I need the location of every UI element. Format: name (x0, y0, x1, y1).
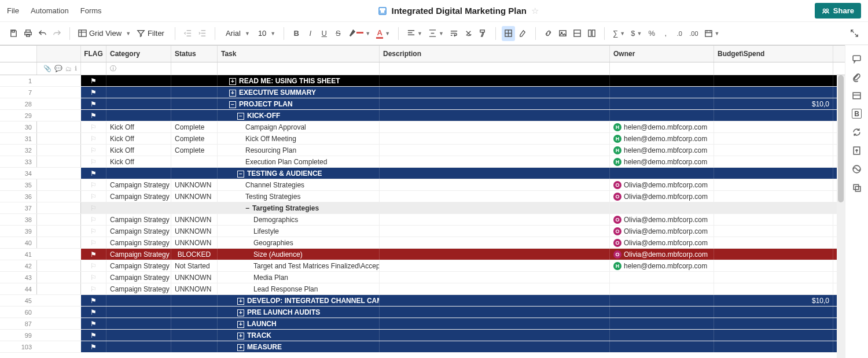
table-row[interactable]: 31⚐Kick OffCompleteKick Off MeetingHhele… (0, 133, 845, 145)
category-cell[interactable]: Kick Off (106, 156, 171, 167)
description-cell[interactable] (380, 283, 610, 294)
category-cell[interactable]: Campaign Strategy (106, 226, 171, 237)
status-cell[interactable]: UNKNOWN (171, 179, 218, 190)
category-cell[interactable]: Campaign Strategy (106, 214, 171, 225)
category-cell[interactable]: Campaign Strategy (106, 272, 171, 283)
table-row[interactable]: 87⚑+LAUNCH (0, 318, 845, 330)
flag-cell[interactable]: ⚐ (81, 191, 106, 202)
border-icon[interactable] (502, 26, 515, 41)
category-cell[interactable] (106, 75, 171, 86)
description-cell[interactable] (380, 307, 610, 318)
expand-toggle-icon[interactable]: + (229, 78, 236, 85)
category-cell[interactable] (106, 330, 171, 341)
task-header[interactable]: Task (218, 46, 380, 62)
expand-toggle-icon[interactable]: + (237, 333, 244, 339)
format-painter-icon[interactable] (476, 26, 490, 41)
description-cell[interactable] (380, 110, 610, 121)
budget-cell[interactable] (714, 121, 833, 132)
budget-cell[interactable] (714, 145, 833, 156)
status-cell[interactable]: UNKNOWN (171, 191, 218, 202)
table-row[interactable]: 41⚑Campaign StrategyBLOCKEDSize (Audienc… (0, 249, 845, 260)
status-cell[interactable] (171, 341, 218, 352)
category-cell[interactable]: Kick Off (106, 121, 171, 132)
owner-cell[interactable] (610, 341, 714, 352)
row-attachments[interactable] (37, 98, 81, 109)
status-cell[interactable] (171, 156, 218, 167)
link-icon[interactable] (542, 26, 555, 41)
category-cell[interactable]: Campaign Strategy (106, 260, 171, 271)
owner-cell[interactable] (610, 87, 714, 98)
table-row[interactable]: 38⚐Campaign StrategyUNKNOWNDemographicsO… (0, 214, 845, 226)
category-cell[interactable] (106, 98, 171, 109)
flag-cell[interactable]: ⚐ (81, 121, 106, 132)
table-row[interactable]: 1⚑+READ ME: USING THIS SHEET (0, 75, 845, 87)
flag-header[interactable]: FLAG (81, 46, 106, 62)
row-number[interactable]: 28 (0, 98, 37, 109)
category-cell[interactable] (106, 318, 171, 329)
flag-cell[interactable]: ⚐ (81, 283, 106, 294)
description-cell[interactable] (380, 214, 610, 225)
row-number[interactable]: 36 (0, 191, 37, 202)
flag-cell[interactable]: ⚑ (81, 341, 106, 352)
row-attachments[interactable] (37, 121, 81, 132)
table-row[interactable]: 29⚑−KICK-OFF (0, 110, 845, 121)
budget-cell[interactable] (714, 307, 833, 318)
budget-cell[interactable] (714, 283, 833, 294)
description-cell[interactable] (380, 237, 610, 248)
table-row[interactable]: 32⚐Kick OffCompleteResourcing PlanHhelen… (0, 145, 845, 156)
row-number[interactable]: 40 (0, 237, 37, 248)
row-number[interactable]: 34 (0, 168, 37, 179)
status-cell[interactable] (171, 318, 218, 329)
table-row[interactable]: 34⚑−TESTING & AUDIENCE (0, 168, 845, 179)
category-cell[interactable] (106, 168, 171, 179)
filter-button[interactable]: Filter (134, 26, 169, 41)
budget-cell[interactable]: $10,0 (714, 98, 833, 109)
percent-icon[interactable]: % (645, 26, 658, 41)
menu-automation[interactable]: Automation (31, 6, 69, 15)
task-cell[interactable]: +LAUNCH (218, 318, 380, 329)
table-row[interactable]: 43⚐Campaign StrategyUNKNOWNMedia Plan (0, 272, 845, 283)
row-number[interactable]: 32 (0, 145, 37, 156)
description-header[interactable]: Description (380, 46, 610, 62)
category-cell[interactable]: Kick Off (106, 145, 171, 156)
row-attachments[interactable] (37, 191, 81, 202)
fill-color-icon[interactable]: ▼ (345, 26, 373, 41)
sum-icon[interactable]: ∑▼ (610, 26, 627, 41)
owner-cell[interactable]: OOlivia@demo.mbfcorp.com (610, 237, 714, 248)
row-attachments[interactable] (37, 272, 81, 283)
task-cell[interactable]: +MEASURE (218, 341, 380, 352)
task-cell[interactable]: −KICK-OFF (218, 110, 380, 121)
status-cell[interactable]: UNKNOWN (171, 272, 218, 283)
budget-cell[interactable] (714, 179, 833, 190)
category-cell[interactable] (106, 307, 171, 318)
conversations-icon[interactable] (852, 53, 862, 64)
row-attachments[interactable] (37, 283, 81, 294)
owner-cell[interactable] (610, 168, 714, 179)
description-cell[interactable] (380, 191, 610, 202)
flag-cell[interactable]: ⚑ (81, 318, 106, 329)
bold-icon[interactable]: B (290, 26, 303, 41)
description-cell[interactable] (380, 341, 610, 352)
attachments-rail-icon[interactable] (852, 72, 862, 82)
budget-cell[interactable] (714, 226, 833, 237)
status-cell[interactable] (171, 307, 218, 318)
flag-cell[interactable]: ⚐ (81, 214, 106, 225)
task-cell[interactable]: −PROJECT PLAN (218, 98, 380, 109)
row-number[interactable]: 41 (0, 249, 37, 260)
owner-cell[interactable]: Hhelen@demo.mbfcorp.com (610, 260, 714, 271)
symbols-icon[interactable] (571, 26, 584, 41)
row-attachments[interactable] (37, 110, 81, 121)
flag-cell[interactable]: ⚑ (81, 330, 106, 341)
row-attachments[interactable] (37, 307, 81, 318)
status-cell[interactable]: Complete (171, 145, 218, 156)
row-number[interactable]: 31 (0, 133, 37, 144)
status-cell[interactable]: UNKNOWN (171, 283, 218, 294)
row-number[interactable]: 35 (0, 179, 37, 190)
task-cell[interactable]: +DEVELOP: INTEGRATED CHANNEL CAMPAIGN (218, 295, 380, 306)
category-cell[interactable]: Campaign Strategy (106, 283, 171, 294)
table-row[interactable]: 42⚐Campaign StrategyNot StartedTarget an… (0, 260, 845, 272)
owner-cell[interactable]: Hhelen@demo.mbfcorp.com (610, 133, 714, 144)
row-number[interactable]: 33 (0, 156, 37, 167)
description-cell[interactable] (380, 318, 610, 329)
row-number[interactable]: 99 (0, 330, 37, 341)
